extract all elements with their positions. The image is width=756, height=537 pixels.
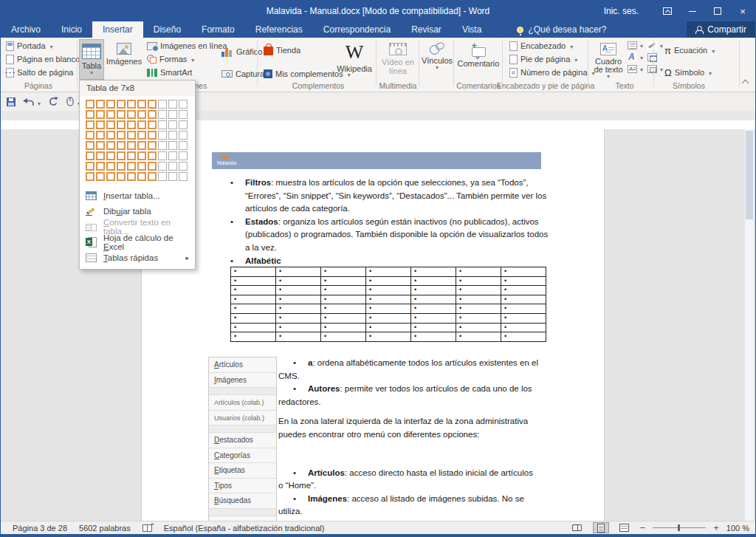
grid-cell-8x2[interactable] [96,172,105,181]
drop-cap-button[interactable] [628,64,643,73]
word-count[interactable]: 5602 palabras [79,524,131,533]
grid-cell-5x4[interactable] [117,141,126,150]
grid-cell-1x1[interactable] [86,100,94,109]
grid-cell-6x3[interactable] [106,151,115,160]
tab-inicio[interactable]: Inicio [51,21,92,38]
grid-cell-8x5[interactable] [127,172,136,181]
read-mode-button[interactable] [569,522,585,533]
vertical-scrollbar[interactable] [745,129,754,521]
grid-cell-5x1[interactable] [86,141,94,150]
tab-correspondencia[interactable]: Correspondencia [313,21,401,38]
grid-cell-8x9[interactable] [168,172,177,181]
smartart-button[interactable]: SmartArt [145,66,230,79]
collapse-ribbon-button[interactable] [742,80,749,87]
grid-cell-2x9[interactable] [168,110,177,119]
grid-cell-3x7[interactable] [148,120,157,129]
grid-cell-4x4[interactable] [117,131,126,140]
grid-cell-6x2[interactable] [96,151,105,160]
grid-cell-8x4[interactable] [117,172,126,181]
grid-cell-6x7[interactable] [148,151,157,160]
grid-cell-1x5[interactable] [127,100,136,109]
imagenes-button[interactable]: Imágenes [106,39,142,80]
zoom-level[interactable]: 100 % [726,524,749,533]
grid-cell-1x8[interactable] [158,100,167,109]
redo-button[interactable] [48,97,58,106]
sign-in-button[interactable]: Inic. ses. [604,6,639,16]
grid-cell-8x1[interactable] [86,172,94,181]
grid-cell-1x9[interactable] [168,100,177,109]
video-en-linea-button[interactable]: Vídeo en línea [379,39,417,80]
pagina-en-blanco-button[interactable]: Página en blanco [4,52,82,66]
grid-cell-3x3[interactable] [106,120,115,129]
proofing-status-icon[interactable] [142,524,152,532]
tab-archivo[interactable]: Archivo [1,21,51,38]
grid-cell-8x6[interactable] [137,172,146,181]
grid-cell-5x2[interactable] [96,141,105,150]
print-layout-button[interactable] [593,522,609,533]
salto-de-pagina-button[interactable]: Salto de página [4,66,82,79]
menu-item-convertir-texto-en-tabla[interactable]: Convertir texto en tabla... [80,219,195,234]
table-size-picker-grid[interactable] [80,96,195,185]
grid-cell-7x7[interactable] [148,162,157,171]
document-page[interactable]: Malavida •Filtros: muestra los artículos… [141,129,605,521]
grid-cell-4x9[interactable] [168,131,177,140]
grid-cell-1x3[interactable] [106,100,115,109]
grid-cell-6x1[interactable] [86,151,94,160]
grid-cell-2x2[interactable] [96,110,105,119]
grid-cell-5x5[interactable] [127,141,136,150]
grid-cell-6x8[interactable] [158,151,167,160]
menu-item-hoja-de-calculo-de-excel[interactable]: Hoja de cálculo de Excel [80,234,195,250]
grid-cell-4x3[interactable] [106,131,115,140]
grid-cell-3x10[interactable] [179,120,188,129]
grid-cell-3x8[interactable] [158,120,167,129]
grid-cell-6x9[interactable] [168,151,177,160]
grid-cell-7x2[interactable] [96,162,105,171]
close-button[interactable]: × [730,1,755,21]
grid-cell-8x10[interactable] [179,172,188,181]
grid-cell-1x6[interactable] [137,100,146,109]
zoom-out-button[interactable]: − [640,524,646,532]
zoom-in-button[interactable]: + [713,524,719,532]
comentario-button[interactable]: Comentario [456,39,501,80]
formas-button[interactable]: Formas [145,52,230,66]
wordart-button[interactable] [628,52,643,61]
grid-cell-4x8[interactable] [158,131,167,140]
grid-cell-4x6[interactable] [137,131,146,140]
tab-insertar[interactable]: Insertar [92,21,143,38]
page-indicator[interactable]: Página 3 de 28 [13,524,67,533]
cuadro-de-texto-button[interactable]: Cuadro de texto ▾ [591,39,626,80]
signature-line-button[interactable] [647,41,663,49]
grid-cell-6x10[interactable] [179,151,188,160]
grid-cell-4x10[interactable] [179,131,188,140]
simbolo-button[interactable]: ΩSímbolo [662,66,717,79]
ribbon-display-options-button[interactable] [655,1,680,21]
grid-cell-2x1[interactable] [86,110,94,119]
maximize-button[interactable] [705,1,730,21]
undo-button[interactable] [23,95,41,109]
grid-cell-7x9[interactable] [168,162,177,171]
grid-cell-1x10[interactable] [179,100,188,109]
grid-cell-8x3[interactable] [106,172,115,181]
grid-cell-2x6[interactable] [137,110,146,119]
grid-cell-7x4[interactable] [117,162,126,171]
grid-cell-3x9[interactable] [168,120,177,129]
tabla-button[interactable]: Tabla ▾ [79,39,104,80]
grid-cell-7x1[interactable] [86,162,94,171]
grid-cell-1x7[interactable] [148,100,157,109]
grid-cell-7x8[interactable] [158,162,167,171]
grid-cell-3x6[interactable] [137,120,146,129]
grid-cell-5x9[interactable] [168,141,177,150]
pie-de-pagina-button[interactable]: Pie de página [507,52,597,66]
grid-cell-7x3[interactable] [106,162,115,171]
share-button[interactable]: Compartir [687,21,755,38]
grid-cell-2x10[interactable] [179,110,188,119]
grid-cell-2x5[interactable] [127,110,136,119]
menu-item-dibujar-tabla[interactable]: Dibujar tabla [80,203,195,219]
menu-item-tablas-rapidas[interactable]: Tablas rápidas▸ [80,250,195,265]
encabezado-button[interactable]: Encabezado [507,39,597,52]
grid-cell-4x2[interactable] [96,131,105,140]
vinculos-button[interactable]: Vínculos ▾ [421,39,453,80]
grid-cell-2x7[interactable] [148,110,157,119]
grid-cell-5x7[interactable] [148,141,157,150]
tab-revisar[interactable]: Revisar [401,21,452,38]
